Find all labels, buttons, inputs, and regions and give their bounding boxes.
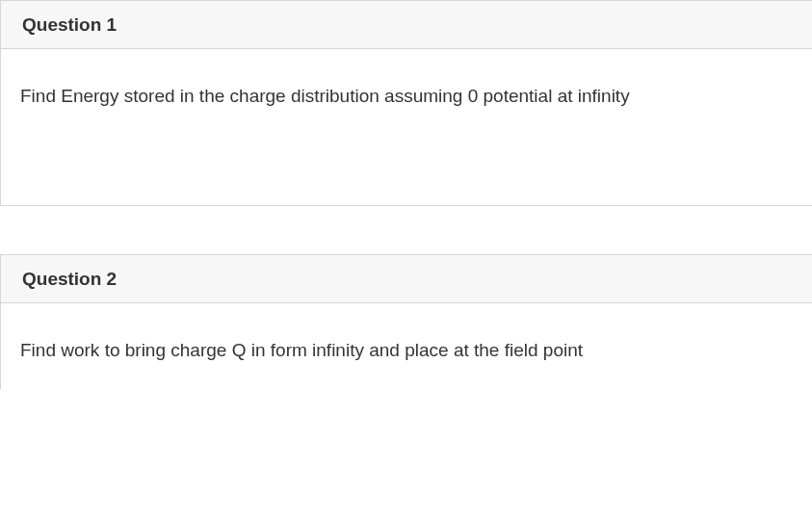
question-text-2: Find work to bring charge Q in form infi… <box>20 338 793 363</box>
question-card-2: Question 2 Find work to bring charge Q i… <box>0 254 812 390</box>
spacer <box>0 206 812 254</box>
question-body-2: Find work to bring charge Q in form infi… <box>1 303 812 390</box>
question-body-1: Find Energy stored in the charge distrib… <box>1 49 812 205</box>
question-card-1: Question 1 Find Energy stored in the cha… <box>0 0 812 206</box>
question-text-1: Find Energy stored in the charge distrib… <box>20 84 793 109</box>
question-header-2: Question 2 <box>1 255 812 303</box>
question-header-1: Question 1 <box>1 1 812 49</box>
question-title-1: Question 1 <box>22 14 791 36</box>
question-title-2: Question 2 <box>22 269 791 290</box>
